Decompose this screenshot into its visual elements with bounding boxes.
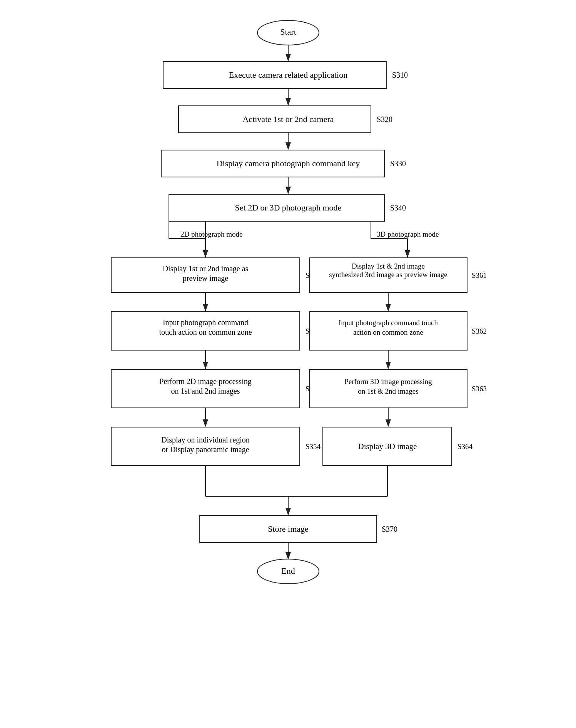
s362-ref: S362 (472, 327, 487, 335)
s353-label-line2: on 1st and 2nd images (171, 387, 240, 396)
s354-label-line1: Display on individual region (161, 436, 249, 444)
s370-label: Store image (268, 524, 309, 534)
s340-label: Set 2D or 3D photograph mode (235, 203, 341, 212)
s361-label-line1: Display 1st & 2nd image (352, 262, 425, 270)
s362-label-line1: Input photograph command touch (338, 319, 438, 327)
s362-label-line2: action on common zone (353, 328, 423, 336)
s351-label-line2: preview image (182, 274, 228, 283)
s320-label: Activate 1st or 2nd camera (242, 114, 334, 124)
s361-label-line2: synthesized 3rd image as preview image (329, 270, 447, 279)
s363-label-line2: on 1st & 2nd images (358, 387, 418, 395)
s370-ref: S370 (382, 525, 397, 533)
s352-label-line2: touch action on common zone (159, 328, 252, 336)
s310-ref: S310 (392, 71, 408, 79)
flowchart-diagram: Start Execute camera related application… (86, 12, 490, 728)
s354-ref: S354 (306, 442, 321, 451)
s354-label-line2: or Display panoramic image (162, 445, 249, 454)
s364-label: Display 3D image (358, 442, 417, 451)
s330-ref: S330 (390, 159, 406, 168)
s364-ref: S364 (457, 442, 473, 451)
s340-ref: S340 (390, 204, 406, 212)
branch-2d-label: 2D photograph mode (180, 230, 242, 238)
end-label: End (281, 566, 295, 576)
s361-ref: S361 (472, 271, 487, 279)
start-label: Start (280, 27, 296, 37)
s330-label: Display camera photograph command key (216, 159, 360, 168)
s353-label-line1: Perform 2D image processing (159, 377, 251, 386)
s363-ref: S363 (472, 385, 487, 393)
s363-label-line1: Perform 3D image processing (344, 377, 432, 386)
s320-ref: S320 (377, 115, 392, 124)
s351-label-line1: Display 1st or 2nd image as (162, 264, 248, 273)
branch-3d-label: 3D photograph mode (377, 230, 439, 238)
s352-label-line1: Input photograph command (162, 318, 248, 327)
s310-label: Execute camera related application (229, 70, 347, 80)
